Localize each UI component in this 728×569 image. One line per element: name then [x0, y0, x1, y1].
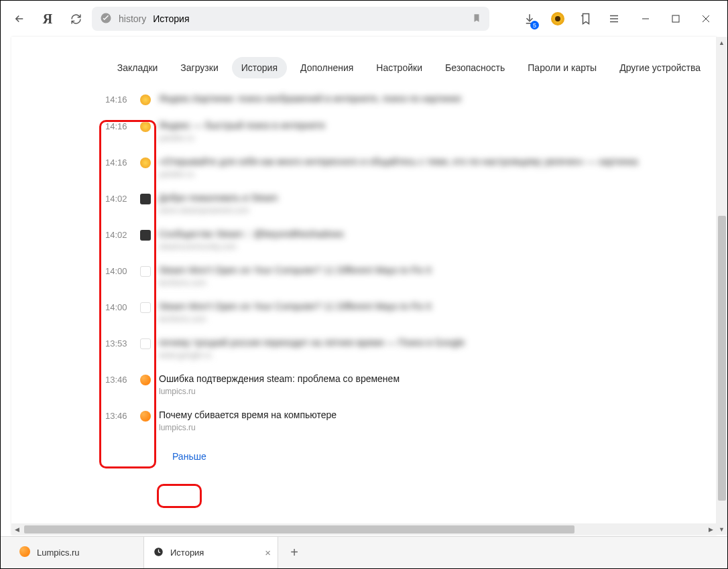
browser-tab[interactable]: Lumpics.ru	[10, 537, 144, 568]
site-favicon	[19, 546, 30, 559]
history-row[interactable]: 13:46Почему сбивается время на компьютер…	[11, 403, 717, 439]
earlier-link[interactable]: Раньше	[172, 451, 206, 462]
history-favicon	[132, 265, 159, 277]
back-button[interactable]	[7, 7, 32, 31]
history-title: Steam Won't Open on Your Computer? 11 Di…	[159, 265, 703, 275]
bookmark-icon[interactable]	[472, 13, 481, 25]
site-lock-icon	[100, 12, 112, 26]
history-body: «Открывайте для себя как много интересно…	[159, 156, 717, 179]
history-row[interactable]: 14:00Steam Won't Open on Your Computer? …	[11, 258, 717, 294]
nav-tab-5[interactable]: Безопасность	[436, 57, 514, 78]
history-title: Почему сбивается время на компьютере	[159, 409, 703, 420]
history-body: Steam Won't Open on Your Computer? 11 Di…	[159, 301, 717, 324]
scroll-thumb-h[interactable]	[24, 525, 574, 533]
clock-icon	[154, 547, 164, 559]
history-domain: yandex.ru	[159, 133, 703, 143]
history-time: 13:46	[11, 409, 132, 421]
history-favicon	[132, 337, 159, 349]
history-row[interactable]: 14:16Яндекс — быстрый поиск в интернетеy…	[11, 113, 717, 149]
horizontal-scrollbar[interactable]: ◀ ▶	[11, 523, 717, 535]
history-row[interactable]: 14:16Яндекс.Картинки: поиск изображений …	[11, 86, 717, 113]
history-favicon	[132, 93, 159, 105]
history-body: Яндекс — быстрый поиск в интернетеyandex…	[159, 120, 717, 143]
history-favicon	[132, 409, 159, 422]
yandex-logo[interactable]: Я	[36, 7, 60, 31]
history-title: Steam Won't Open on Your Computer? 11 Di…	[159, 301, 703, 312]
history-domain: techloris.com	[159, 314, 703, 324]
history-row[interactable]: 13:53почему троцкий россия переходит на …	[11, 330, 717, 367]
content-area: ЗакладкиЗагрузкиИсторияДополненияНастрой…	[11, 37, 717, 535]
history-row[interactable]: 14:16«Открывайте для себя как много инте…	[11, 149, 717, 186]
history-title: Сообщество Steam :: @beyondtheshadows	[159, 229, 703, 239]
nav-tab-3[interactable]: Дополнения	[291, 57, 363, 78]
history-time: 14:16	[11, 93, 132, 105]
history-title: Яндекс.Картинки: поиск изображений в инт…	[159, 93, 703, 104]
history-time: 14:00	[11, 301, 132, 312]
history-row[interactable]: 14:02Добро пожаловать в Steamstore.steam…	[11, 186, 717, 222]
extension-button[interactable]	[546, 7, 570, 31]
new-tab-button[interactable]: +	[278, 537, 310, 568]
history-body: Почему сбивается время на компьютереlump…	[159, 409, 717, 432]
history-time: 14:16	[11, 120, 132, 131]
history-favicon	[132, 301, 159, 313]
history-time: 14:02	[11, 192, 132, 204]
history-row[interactable]: 14:02Сообщество Steam :: @beyondtheshado…	[11, 222, 717, 258]
history-body: Яндекс.Картинки: поиск изображений в инт…	[159, 93, 717, 104]
downloads-button[interactable]: 5	[518, 7, 542, 31]
history-row[interactable]: 13:46Ошибка подтверждения steam: проблем…	[11, 367, 717, 403]
history-title: Добро пожаловать в Steam	[159, 192, 703, 203]
scroll-down-arrow[interactable]: ▼	[716, 523, 727, 535]
scroll-left-arrow[interactable]: ◀	[11, 523, 23, 535]
window-controls	[630, 7, 721, 31]
close-window-button[interactable]	[690, 7, 721, 31]
history-body: Добро пожаловать в Steamstore.steampower…	[159, 192, 717, 215]
scroll-thumb[interactable]	[718, 216, 726, 501]
nav-tab-4[interactable]: Настройки	[367, 57, 432, 78]
history-domain: store.steampowered.com	[159, 206, 703, 215]
maximize-button[interactable]	[660, 7, 690, 31]
history-row[interactable]: 14:00Steam Won't Open on Your Computer? …	[11, 294, 717, 330]
tab-title: Lumpics.ru	[37, 548, 80, 558]
history-domain: techloris.com	[159, 278, 703, 288]
downloads-badge: 5	[530, 21, 539, 29]
history-body: почему троцкий россия переходит на летне…	[159, 337, 717, 360]
history-domain: steamcommunity.com	[159, 242, 703, 251]
history-title: Яндекс — быстрый поиск в интернете	[159, 120, 703, 131]
scroll-up-arrow[interactable]: ▲	[716, 37, 727, 48]
nav-tab-2[interactable]: История	[232, 57, 287, 78]
url-title: История	[153, 13, 189, 24]
vertical-scrollbar[interactable]: ▲ ▼	[716, 37, 727, 535]
settings-nav: ЗакладкиЗагрузкиИсторияДополненияНастрой…	[11, 37, 717, 86]
nav-tab-1[interactable]: Загрузки	[171, 57, 227, 78]
history-favicon	[132, 229, 159, 241]
history-domain: yandex.ru	[159, 170, 703, 179]
menu-button[interactable]	[602, 7, 626, 31]
minimize-button[interactable]	[630, 7, 660, 31]
browser-tab[interactable]: История×	[144, 537, 278, 568]
history-body: Ошибка подтверждения steam: проблема со …	[159, 373, 717, 396]
nav-tab-6[interactable]: Пароли и карты	[518, 57, 606, 78]
reload-button[interactable]	[64, 7, 88, 31]
nav-tab-7[interactable]: Другие устройства	[610, 57, 710, 78]
bookmarks-bar-button[interactable]	[574, 7, 598, 31]
history-favicon	[132, 156, 159, 168]
close-tab-button[interactable]: ×	[265, 547, 271, 558]
history-time: 14:00	[11, 265, 132, 276]
history-title: почему троцкий россия переходит на летне…	[159, 337, 703, 348]
nav-tab-0[interactable]: Закладки	[108, 57, 168, 78]
history-time: 14:02	[11, 229, 132, 240]
scroll-right-arrow[interactable]: ▶	[705, 523, 717, 535]
earlier-link-wrap: Раньше	[172, 451, 206, 462]
history-favicon	[132, 192, 159, 204]
history-time: 14:16	[11, 156, 132, 168]
browser-toolbar: Я history История 5	[1, 1, 727, 37]
history-body: Сообщество Steam :: @beyondtheshadowsste…	[159, 229, 717, 251]
address-bar[interactable]: history История	[92, 7, 489, 31]
history-domain: lumpics.ru	[159, 387, 703, 396]
tab-title: История	[170, 548, 204, 558]
history-domain: www.google.ru	[159, 351, 703, 360]
history-title: Ошибка подтверждения steam: проблема со …	[159, 373, 703, 384]
history-time: 13:53	[11, 337, 132, 349]
svg-rect-1	[672, 15, 679, 22]
history-time: 13:46	[11, 373, 132, 385]
